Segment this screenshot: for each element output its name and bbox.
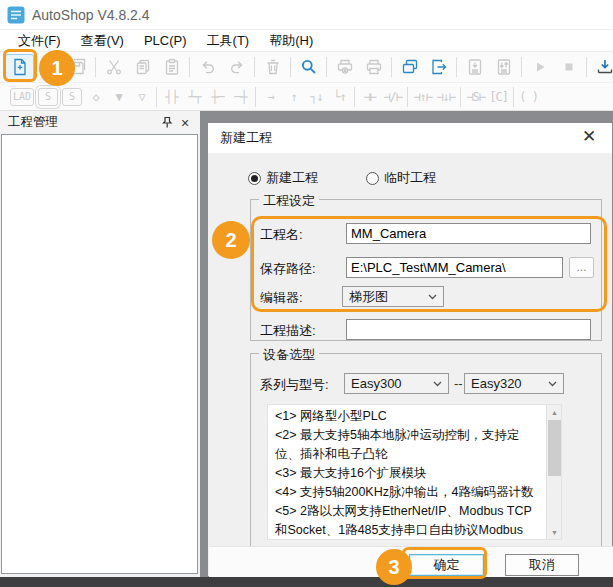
document-download-icon [466, 58, 484, 76]
scroll-down-icon[interactable]: ▼ [547, 525, 562, 539]
radio-new-label: 新建工程 [266, 169, 318, 187]
contact-rising-button[interactable]: ⊣↑⊢ [411, 86, 434, 108]
dialog-close-icon[interactable]: ✕ [578, 127, 600, 149]
print-preview-icon [336, 58, 354, 76]
pin-icon [161, 116, 173, 129]
run-button[interactable] [525, 54, 554, 81]
ladder-arrow-down-filled-button[interactable]: ▼ [107, 86, 130, 108]
annotation-circle-step1: 1 [39, 50, 75, 86]
menu-view[interactable]: 查看(V) [71, 30, 134, 52]
annotation-circle-step3: 3 [376, 549, 412, 585]
toolbar-separator [513, 87, 514, 107]
ladder-line-right-button[interactable]: → [259, 86, 282, 108]
coil-set-button[interactable]: ⊣S⊢ [464, 86, 487, 108]
contact-no-button[interactable]: ⊣⊢ [358, 86, 381, 108]
delete-button[interactable] [258, 54, 287, 81]
ladder-corner-up-button[interactable]: └↑ [328, 86, 351, 108]
ladder-branch2-button[interactable]: ┴┬ [183, 86, 206, 108]
ladder-s-button[interactable]: S [38, 88, 58, 106]
compare-list-button[interactable] [489, 54, 518, 81]
pin-panel-button[interactable] [158, 115, 176, 131]
coil-c-button[interactable]: [C] [487, 86, 510, 108]
download-to-plc-button[interactable] [590, 54, 613, 81]
project-tree-area[interactable] [1, 134, 198, 574]
ladder-corner-down-button[interactable]: ┐↓ [305, 86, 328, 108]
paste-button[interactable] [157, 54, 186, 81]
copy-icon [134, 58, 152, 76]
redo-icon [228, 58, 246, 76]
window-title: AutoShop V4.8.2.4 [32, 7, 150, 23]
chevron-down-icon [548, 381, 557, 387]
model-select[interactable]: Easy320 [464, 373, 564, 394]
dialog-title: 新建工程 [220, 129, 578, 147]
cancel-button[interactable]: 取消 [505, 554, 579, 576]
device-info-text: <1> 网络型小型PLC <2> 最大支持5轴本地脉冲运动控制，支持定位、插补和… [268, 405, 546, 539]
description-label: 工程描述: [260, 322, 316, 340]
trash-icon [264, 58, 282, 76]
project-type-radios: 新建工程 临时工程 [208, 169, 612, 187]
ladder-branch3-button[interactable]: ┼─ [206, 86, 229, 108]
toolbar-separator [290, 57, 291, 77]
ladder-line-up-button[interactable]: ↑ [282, 86, 305, 108]
toolbar-separator [391, 57, 392, 77]
menu-tools[interactable]: 工具(T) [197, 30, 260, 52]
stop-button[interactable] [554, 54, 583, 81]
download-list-button[interactable] [460, 54, 489, 81]
close-panel-button[interactable]: × [176, 115, 194, 131]
ladder-s2-button[interactable]: S [62, 88, 82, 106]
annotation-rect-step3 [402, 547, 487, 579]
ladder-branch1-button[interactable]: ┤├ [160, 86, 183, 108]
device-selection-label: 设备选型 [259, 346, 319, 364]
radio-new-project[interactable]: 新建工程 [248, 169, 318, 187]
window-copy-button[interactable] [395, 54, 424, 81]
toolbar-separator [95, 57, 96, 77]
dialog-title-bar: 新建工程 ✕ [208, 123, 612, 153]
print-button[interactable] [359, 54, 388, 81]
series-dash: -- [454, 376, 463, 391]
export-button[interactable] [424, 54, 453, 81]
annotation-rect-step1 [3, 49, 37, 82]
model-value: Easy320 [471, 376, 522, 391]
toolbar-separator [407, 87, 408, 107]
menu-help[interactable]: 帮助(H) [259, 30, 323, 52]
scroll-up-icon[interactable]: ▲ [547, 405, 562, 419]
contact-falling-button[interactable]: ⊣↓⊢ [434, 86, 457, 108]
new-project-dialog: 新建工程 ✕ 新建工程 临时工程 工程设定 工程名: 保存路径: ... 编辑器… [207, 122, 613, 577]
contact-nc-button[interactable]: ⊣/⊢ [381, 86, 404, 108]
document-compare-icon [495, 58, 513, 76]
radio-temp-label: 临时工程 [384, 169, 436, 187]
radio-temp-project[interactable]: 临时工程 [366, 169, 436, 187]
stop-icon [560, 58, 578, 76]
description-input[interactable] [346, 319, 591, 340]
search-button[interactable] [294, 54, 323, 81]
ladder-toolbar: LAD S S ◇ ▼ ▽ ┤├ ┴┬ ┼─ ─┼ → ↑ ┐↓ └↑ ⊣⊢ ⊣… [0, 83, 613, 111]
menu-plc[interactable]: PLC(P) [134, 31, 197, 50]
undo-button[interactable] [193, 54, 222, 81]
play-icon [531, 58, 549, 76]
ladder-branch4-button[interactable]: ─┼ [229, 86, 252, 108]
ladder-lad-button[interactable]: LAD [10, 88, 34, 106]
toolbar-separator [254, 57, 255, 77]
coil-output-button[interactable]: ( ) [517, 86, 540, 108]
ladder-node-button[interactable]: ◇ [84, 86, 107, 108]
device-info-box: <1> 网络型小型PLC <2> 最大支持5轴本地脉冲运动控制，支持定位、插补和… [267, 404, 562, 540]
main-toolbar [0, 52, 613, 83]
download-icon [596, 58, 613, 76]
menu-bar: 文件(F) 查看(V) PLC(P) 工具(T) 帮助(H) [0, 29, 613, 52]
series-select[interactable]: Easy300 [344, 373, 449, 394]
undo-icon [199, 58, 217, 76]
toolbar-separator [456, 57, 457, 77]
toolbar-separator [156, 87, 157, 107]
radio-selected-icon [248, 172, 261, 185]
scroll-thumb[interactable] [548, 420, 561, 476]
toolbar-separator [586, 57, 587, 77]
ladder-arrow-down-button[interactable]: ▽ [130, 86, 153, 108]
redo-button[interactable] [222, 54, 251, 81]
device-info-scrollbar[interactable]: ▲ ▼ [546, 405, 561, 539]
cut-button[interactable] [99, 54, 128, 81]
copy-button[interactable] [128, 54, 157, 81]
print-preview-button[interactable] [330, 54, 359, 81]
app-logo-icon [7, 6, 25, 24]
series-value: Easy300 [351, 376, 402, 391]
project-settings-label: 工程设定 [259, 192, 319, 210]
